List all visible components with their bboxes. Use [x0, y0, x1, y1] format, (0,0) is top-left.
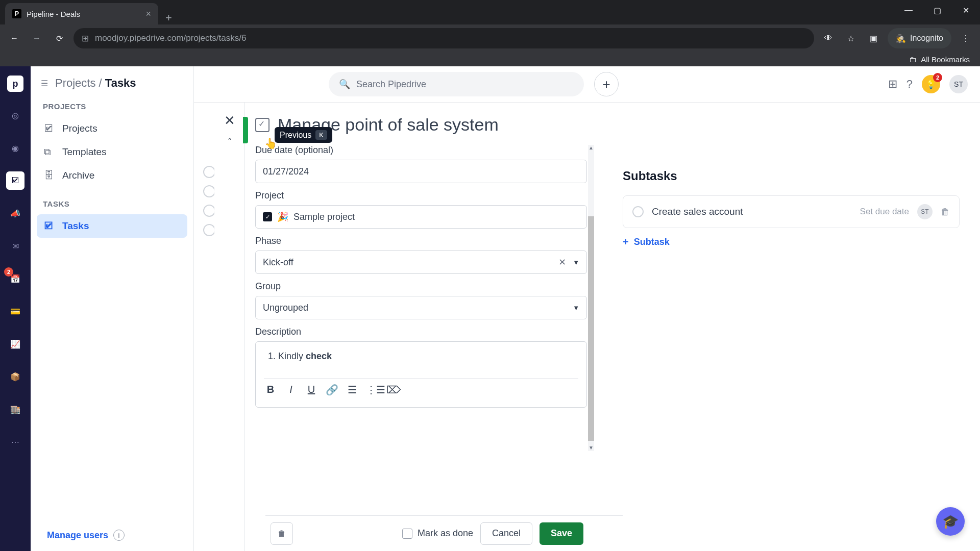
italic-icon[interactable]: I [284, 384, 298, 396]
breadcrumb-parent[interactable]: Projects [55, 77, 95, 89]
task-radio[interactable] [203, 166, 215, 178]
scroll-up-icon[interactable]: ▲ [588, 145, 594, 151]
bulb-badge: 2 [933, 73, 942, 82]
sidebar-item-projects[interactable]: 🗹 Projects [37, 117, 187, 140]
form-scrollbar[interactable]: ▲ ▼ [588, 145, 594, 451]
desc-prefix: Kindly [278, 351, 306, 361]
rail-contacts-icon[interactable]: 💳 [6, 302, 24, 320]
breadcrumb: Projects / Tasks [55, 77, 136, 90]
cancel-button[interactable]: Cancel [480, 522, 532, 545]
tooltip-key: K [315, 130, 327, 140]
phase-value: Kick-off [263, 257, 293, 268]
subtask-radio[interactable] [632, 206, 644, 217]
cursor-icon: 👆 [264, 137, 277, 149]
browser-tab[interactable]: P Pipeline - Deals × [5, 3, 158, 24]
incognito-pill[interactable]: 🕵 Incognito [888, 28, 951, 48]
rail-target-icon[interactable]: ◎ [6, 106, 24, 124]
description-input[interactable]: Kindly check B I U 🔗 ☰ ⋮☰ [255, 341, 587, 408]
rail-campaigns-icon[interactable]: 📣 [6, 204, 24, 222]
window-controls: — ▢ ✕ [894, 0, 980, 20]
subtask-item[interactable]: Create sales account Set due date ST 🗑 [623, 195, 960, 228]
subtask-due-button[interactable]: Set due date [860, 207, 909, 217]
info-icon[interactable]: i [113, 530, 125, 541]
menu-toggle-icon[interactable]: ☰ [41, 79, 48, 88]
rail-market-icon[interactable]: 🏬 [6, 400, 24, 418]
rail-insights-icon[interactable]: 📈 [6, 335, 24, 353]
task-checkbox-icon[interactable] [255, 118, 270, 132]
group-select[interactable]: Ungrouped ▼ [255, 296, 587, 319]
rail-more-icon[interactable]: ⋯ [6, 433, 24, 451]
close-panel-icon[interactable]: ✕ [224, 113, 235, 129]
bulb-button[interactable]: 💡 2 [922, 75, 940, 93]
logo-icon[interactable]: p [7, 76, 23, 92]
sidebar-item-templates[interactable]: ⧉ Templates [37, 140, 187, 164]
incognito-label: Incognito [910, 34, 943, 43]
rail-calendar-icon[interactable]: 2 📅 [6, 269, 24, 288]
rail-badge: 2 [4, 267, 13, 277]
incognito-icon: 🕵 [896, 34, 906, 43]
subtask-delete-icon[interactable]: 🗑 [941, 207, 950, 217]
puzzle-icon[interactable]: ⊞ [888, 78, 897, 91]
url-input[interactable]: ⊞ moodjoy.pipedrive.com/projects/tasks/6 [74, 28, 814, 48]
maximize-icon[interactable]: ▢ [923, 0, 951, 20]
link-icon[interactable]: 🔗 [325, 384, 338, 396]
minimize-icon[interactable]: — [894, 0, 923, 20]
scrollbar-thumb[interactable] [588, 216, 594, 441]
new-tab-button[interactable]: + [158, 11, 179, 24]
close-window-icon[interactable]: ✕ [951, 0, 980, 20]
bookmarks-bar: 🗀 All Bookmarks [0, 52, 980, 66]
rail-coin-icon[interactable]: ◉ [6, 139, 24, 157]
project-label: Project [255, 190, 587, 201]
underline-icon[interactable]: U [305, 384, 318, 396]
help-fab-button[interactable]: 🎓 [936, 507, 965, 536]
subtask-avatar[interactable]: ST [917, 204, 933, 219]
project-input[interactable]: ✓ 🎉 Sample project [255, 205, 587, 229]
task-radio[interactable] [203, 205, 215, 217]
reload-icon[interactable]: ⟳ [51, 30, 67, 46]
bullet-list-icon[interactable]: ☰ [346, 384, 359, 396]
scroll-down-icon[interactable]: ▼ [588, 445, 594, 451]
form-scroll: ▲ ▼ Due date (optional) 01/27/2024 Proje… [255, 145, 587, 408]
mark-done-label: Mark as done [418, 528, 473, 539]
clear-icon[interactable]: ✕ [558, 257, 566, 268]
sidebar-item-tasks[interactable]: 🗹 Tasks [37, 214, 187, 238]
bold-icon[interactable]: B [264, 384, 277, 396]
desc-bold: check [306, 351, 332, 361]
sidebar-footer: Manage users i [37, 530, 135, 541]
back-icon[interactable]: ← [6, 30, 22, 46]
tab-close-icon[interactable]: × [145, 9, 151, 19]
rail-box-icon[interactable]: 📦 [6, 367, 24, 386]
prev-task-icon[interactable]: ˄ [228, 137, 232, 146]
rail-mail-icon[interactable]: ✉ [6, 237, 24, 255]
tasks-icon: 🗹 [44, 220, 55, 232]
numbered-list-icon[interactable]: ⋮☰ [366, 384, 379, 396]
star-icon[interactable]: ☆ [843, 30, 859, 46]
breadcrumb-sep: / [99, 77, 105, 89]
all-bookmarks-button[interactable]: All Bookmarks [921, 55, 970, 64]
task-radio[interactable] [203, 185, 215, 197]
add-subtask-button[interactable]: + Subtask [623, 236, 960, 248]
help-icon[interactable]: ? [906, 78, 913, 91]
browser-chrome: P Pipeline - Deals × + — ▢ ✕ ← → ⟳ ⊞ moo… [0, 0, 980, 66]
user-avatar[interactable]: ST [949, 75, 968, 93]
browser-menu-icon[interactable]: ⋮ [958, 30, 974, 46]
site-settings-icon[interactable]: ⊞ [82, 33, 89, 44]
description-line: Kindly check [278, 351, 578, 362]
save-button[interactable]: Save [540, 522, 583, 545]
add-button[interactable]: + [594, 72, 619, 96]
clear-format-icon[interactable]: ⌦ [386, 384, 400, 396]
search-input[interactable]: 🔍 Search Pipedrive [329, 72, 584, 96]
status-accent [243, 117, 248, 143]
sidebar-item-archive[interactable]: 🗄 Archive [37, 164, 187, 187]
delete-task-button[interactable]: 🗑 [271, 522, 293, 545]
mark-done-checkbox[interactable]: Mark as done [402, 528, 473, 539]
due-date-input[interactable]: 01/27/2024 [255, 160, 587, 183]
eye-off-icon[interactable]: 👁 [820, 30, 837, 46]
panel-icon[interactable]: ▣ [865, 30, 881, 46]
phase-select[interactable]: Kick-off ✕ ▼ [255, 251, 587, 274]
clipboard-icon: 🗹 [44, 123, 55, 134]
manage-users-link[interactable]: Manage users [47, 530, 108, 541]
nav-rail: p ◎ ◉ 🗹 📣 ✉ 2 📅 💳 📈 📦 🏬 ⋯ [0, 66, 31, 551]
task-radio[interactable] [203, 224, 215, 236]
rail-projects-icon[interactable]: 🗹 [6, 171, 24, 190]
